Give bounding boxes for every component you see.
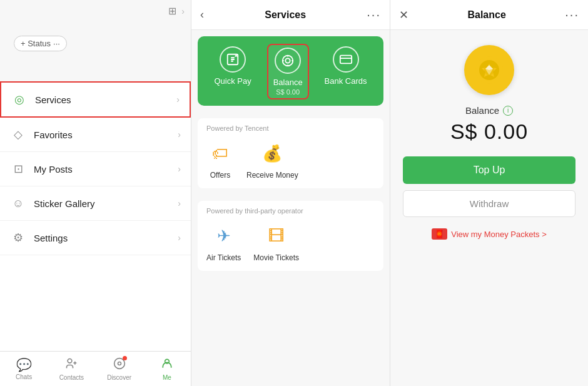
menu-label-sticker: Sticker Gallery bbox=[34, 198, 178, 209]
svg-point-0 bbox=[68, 358, 73, 363]
chevron-right-icon: › bbox=[181, 6, 185, 16]
back-button[interactable]: ‹ bbox=[200, 8, 204, 21]
middle-more-button[interactable]: ··· bbox=[367, 8, 381, 22]
me-label: Me bbox=[163, 374, 171, 381]
menu-label-services: Services bbox=[35, 94, 176, 105]
balance-amount: S$ 0.00 bbox=[450, 119, 528, 144]
bottom-nav: 💬 Chats Contacts Discover bbox=[0, 351, 191, 386]
tencent-powered-label: Powered by Tencent bbox=[206, 124, 375, 132]
withdraw-button[interactable]: Withdraw bbox=[403, 190, 575, 217]
balance-pay-sublabel: S$ 0.00 bbox=[276, 88, 300, 96]
more-icon: ··· bbox=[53, 39, 60, 48]
nav-me[interactable]: Me bbox=[143, 352, 191, 386]
balance-content: Balance i S$ 0.00 Top Up Withdraw 🧧 View… bbox=[390, 30, 588, 250]
movietickets-icon: 🎞 bbox=[263, 222, 290, 250]
quickpay-label: Quick Pay bbox=[214, 76, 251, 86]
services-icon: ◎ bbox=[11, 91, 28, 108]
red-packet-icon: 🧧 bbox=[432, 228, 447, 240]
payment-card: Quick Pay Balance S$ 0.00 Bank bbox=[198, 36, 383, 106]
info-icon[interactable]: i bbox=[503, 106, 513, 116]
bankcards-icon bbox=[333, 46, 359, 73]
bankcards-option[interactable]: Bank Cards bbox=[325, 46, 367, 97]
thirdparty-powered-label: Powered by third-party operator bbox=[206, 207, 375, 215]
tencent-items: 🏷 Offers 💰 Receive Money bbox=[206, 140, 375, 180]
grid-icon[interactable]: ⊞ bbox=[168, 5, 176, 17]
left-panel: ⊞ › + Status ··· ◎ Services › ◇ Favorite… bbox=[0, 0, 191, 386]
menu-item-favorites[interactable]: ◇ Favorites › bbox=[0, 118, 191, 152]
offers-icon: 🏷 bbox=[206, 140, 234, 167]
right-more-button[interactable]: ··· bbox=[565, 8, 579, 22]
thirdparty-section: Powered by third-party operator ✈ Air Ti… bbox=[198, 201, 383, 271]
topup-button[interactable]: Top Up bbox=[403, 156, 575, 184]
nav-contacts[interactable]: Contacts bbox=[48, 352, 95, 386]
settings-icon: ⚙ bbox=[10, 230, 26, 246]
money-packets-label: View my Money Packets > bbox=[451, 230, 547, 239]
right-panel: ✕ Balance ··· Balance i S$ 0.00 Top Up W… bbox=[390, 0, 588, 386]
nav-chats[interactable]: 💬 Chats bbox=[0, 352, 48, 386]
sticker-icon: ☺ bbox=[10, 195, 26, 211]
svg-point-7 bbox=[283, 56, 293, 66]
middle-panel: ‹ Services ··· Quick Pay bbox=[191, 0, 390, 386]
right-header: ✕ Balance ··· bbox=[390, 0, 588, 30]
chats-label: Chats bbox=[16, 373, 32, 380]
chevron-icon: › bbox=[176, 94, 180, 104]
balance-text-label: Balance bbox=[465, 105, 499, 116]
menu-item-myposts[interactable]: ⊡ My Posts › bbox=[0, 152, 191, 186]
middle-header: ‹ Services ··· bbox=[191, 0, 390, 30]
svg-point-3 bbox=[114, 358, 124, 368]
offers-item[interactable]: 🏷 Offers bbox=[206, 140, 234, 180]
balance-pay-label: Balance bbox=[273, 78, 303, 87]
menu-label-settings: Settings bbox=[34, 233, 178, 243]
thirdparty-items: ✈ Air Tickets 🎞 Movie Tickets bbox=[206, 222, 375, 262]
svg-point-8 bbox=[285, 58, 290, 63]
discover-icon bbox=[113, 357, 126, 373]
favorites-icon: ◇ bbox=[10, 126, 26, 143]
profile-area: ⊞ › + Status ··· bbox=[0, 0, 191, 81]
nav-discover[interactable]: Discover bbox=[96, 352, 143, 386]
menu-label-myposts: My Posts bbox=[34, 164, 178, 175]
contacts-label: Contacts bbox=[59, 374, 84, 381]
balance-pay-icon bbox=[275, 48, 301, 74]
movietickets-item[interactable]: 🎞 Movie Tickets bbox=[253, 222, 299, 262]
coin-icon bbox=[464, 45, 514, 95]
chats-icon: 💬 bbox=[16, 357, 32, 372]
me-icon bbox=[161, 357, 173, 373]
receive-money-label: Receive Money bbox=[246, 171, 298, 180]
airtickets-label: Air Tickets bbox=[206, 253, 241, 262]
chevron-icon: › bbox=[178, 198, 181, 208]
myposts-icon: ⊡ bbox=[10, 161, 26, 177]
bankcards-label: Bank Cards bbox=[325, 76, 367, 86]
airtickets-icon: ✈ bbox=[210, 222, 238, 250]
svg-rect-9 bbox=[340, 56, 351, 64]
receive-money-icon: 💰 bbox=[258, 140, 286, 167]
svg-point-4 bbox=[118, 362, 121, 365]
left-menu: ◎ Services › ◇ Favorites › ⊡ My Posts › … bbox=[0, 81, 191, 351]
close-button[interactable]: ✕ bbox=[399, 8, 408, 22]
offers-label: Offers bbox=[210, 171, 230, 180]
menu-label-favorites: Favorites bbox=[34, 130, 178, 140]
status-button[interactable]: + Status ··· bbox=[14, 36, 67, 51]
chevron-icon: › bbox=[178, 233, 181, 243]
quickpay-option[interactable]: Quick Pay bbox=[214, 46, 251, 97]
receive-money-item[interactable]: 💰 Receive Money bbox=[246, 140, 298, 180]
discover-label: Discover bbox=[107, 374, 131, 381]
menu-item-settings[interactable]: ⚙ Settings › bbox=[0, 221, 191, 255]
right-title: Balance bbox=[467, 9, 505, 21]
menu-item-sticker[interactable]: ☺ Sticker Gallery › bbox=[0, 186, 191, 221]
tencent-section: Powered by Tencent 🏷 Offers 💰 Receive Mo… bbox=[198, 118, 383, 188]
money-packets-row[interactable]: 🧧 View my Money Packets > bbox=[432, 228, 547, 240]
middle-title: Services bbox=[265, 9, 306, 21]
contacts-icon bbox=[65, 357, 78, 373]
airtickets-item[interactable]: ✈ Air Tickets bbox=[206, 222, 241, 262]
balance-label-row: Balance i bbox=[465, 105, 513, 116]
chevron-icon: › bbox=[178, 130, 181, 140]
balance-option[interactable]: Balance S$ 0.00 bbox=[267, 44, 309, 99]
menu-item-services[interactable]: ◎ Services › bbox=[0, 81, 191, 118]
movietickets-label: Movie Tickets bbox=[253, 253, 299, 262]
quickpay-icon bbox=[220, 46, 246, 73]
chevron-icon: › bbox=[178, 164, 181, 174]
